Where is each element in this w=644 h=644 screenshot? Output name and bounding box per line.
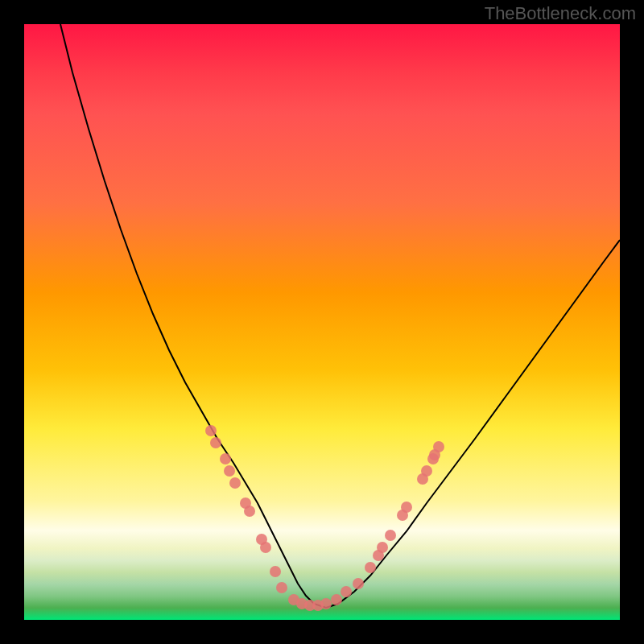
- data-point: [224, 465, 235, 477]
- data-point: [385, 530, 396, 541]
- data-point: [433, 441, 444, 452]
- data-point: [353, 578, 364, 589]
- data-point: [270, 566, 281, 577]
- plot-area: [24, 24, 620, 620]
- data-point: [401, 502, 412, 513]
- data-point: [276, 582, 287, 593]
- data-point: [365, 562, 376, 573]
- data-point: [220, 453, 231, 464]
- watermark-text: TheBottleneck.com: [485, 3, 636, 24]
- data-point: [341, 586, 352, 597]
- data-point: [331, 594, 342, 605]
- data-point: [421, 465, 432, 477]
- data-point: [320, 598, 332, 609]
- curve-svg: [24, 24, 620, 620]
- scatter-points-group: [205, 425, 444, 611]
- data-point: [205, 425, 217, 436]
- data-point: [244, 506, 255, 517]
- data-point: [210, 437, 221, 448]
- data-point: [229, 477, 241, 489]
- data-point: [377, 542, 388, 553]
- data-point: [260, 542, 271, 553]
- bottleneck-curve: [60, 24, 620, 608]
